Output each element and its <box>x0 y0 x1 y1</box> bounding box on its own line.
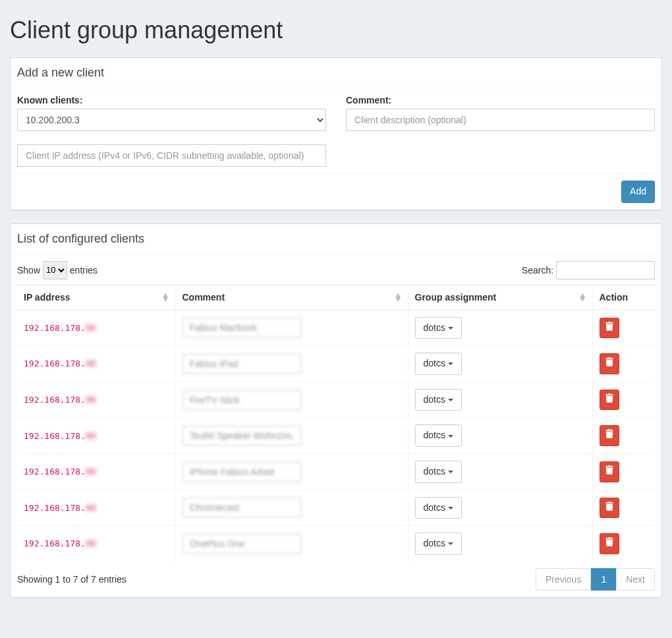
cell-comment <box>175 526 408 562</box>
delete-button[interactable] <box>600 498 619 519</box>
group-dropdown[interactable]: dotcs <box>415 497 462 519</box>
cell-comment <box>175 453 408 490</box>
next-button[interactable]: Next <box>616 568 655 591</box>
cell-ip: 192.168.178.00 <box>17 526 175 562</box>
table-row: 192.168.178.00dotcs <box>17 490 655 526</box>
page-1-button[interactable]: 1 <box>591 568 616 591</box>
sort-icon: ▲▼ <box>578 293 587 301</box>
trash-icon <box>605 466 613 477</box>
cell-ip: 192.168.178.00 <box>17 418 175 454</box>
trash-icon <box>605 538 613 548</box>
add-button[interactable]: Add <box>621 181 655 203</box>
table-info: Showing 1 to 7 of 7 entries <box>17 574 126 585</box>
cell-group: dotcs <box>408 382 592 418</box>
col-header-ip[interactable]: IP address ▲▼ <box>17 285 175 310</box>
col-header-comment[interactable]: Comment ▲▼ <box>175 285 408 310</box>
known-clients-select[interactable]: 10.200.200.3 <box>17 109 326 131</box>
row-comment-input[interactable] <box>182 462 301 482</box>
cell-action <box>592 453 655 490</box>
row-comment-input[interactable] <box>182 354 301 374</box>
caret-down-icon <box>448 435 453 438</box>
caret-down-icon <box>448 507 453 509</box>
group-dropdown[interactable]: dotcs <box>415 424 462 447</box>
cell-group: dotcs <box>408 310 592 346</box>
search-input[interactable] <box>556 261 655 279</box>
trash-icon <box>605 358 613 368</box>
add-client-box: Add a new client Known clients: 10.200.2… <box>10 57 662 210</box>
length-select[interactable]: 10 <box>43 261 67 279</box>
page-title: Client group management <box>10 16 662 44</box>
client-ip-input[interactable] <box>17 144 326 167</box>
table-row: 192.168.178.00dotcs <box>17 453 655 490</box>
delete-button[interactable] <box>600 461 619 482</box>
prev-button[interactable]: Previous <box>536 568 591 591</box>
col-header-group[interactable]: Group assignment ▲▼ <box>408 285 592 310</box>
cell-action <box>592 490 655 526</box>
col-header-action: Action <box>592 285 655 310</box>
group-dropdown[interactable]: dotcs <box>415 533 462 555</box>
delete-button[interactable] <box>600 353 619 374</box>
cell-action <box>592 310 655 346</box>
clients-table: IP address ▲▼ Comment ▲▼ Group assignmen… <box>17 285 655 562</box>
add-client-title: Add a new client <box>17 66 655 80</box>
table-row: 192.168.178.00dotcs <box>17 382 655 418</box>
sort-icon: ▲▼ <box>394 293 403 301</box>
cell-action <box>592 346 655 382</box>
cell-ip: 192.168.178.00 <box>17 453 175 490</box>
cell-comment <box>175 490 408 526</box>
comment-label: Comment: <box>346 95 655 105</box>
row-comment-input[interactable] <box>182 390 301 410</box>
show-label-post: entries <box>70 264 98 275</box>
table-row: 192.168.178.00dotcs <box>17 310 655 346</box>
caret-down-icon <box>448 362 453 365</box>
known-clients-label: Known clients: <box>17 95 326 105</box>
row-comment-input[interactable] <box>182 498 301 517</box>
trash-icon <box>605 394 613 405</box>
delete-button[interactable] <box>600 390 619 411</box>
sort-icon: ▲▼ <box>161 293 170 301</box>
delete-button[interactable] <box>600 533 619 554</box>
cell-group: dotcs <box>408 346 592 382</box>
trash-icon <box>605 502 613 513</box>
cell-action <box>592 382 655 418</box>
trash-icon <box>605 322 613 333</box>
table-row: 192.168.178.00dotcs <box>17 526 655 562</box>
row-comment-input[interactable] <box>182 426 301 446</box>
group-dropdown[interactable]: dotcs <box>415 461 462 483</box>
cell-group: dotcs <box>408 490 592 526</box>
trash-icon <box>605 430 613 440</box>
caret-down-icon <box>448 542 453 545</box>
group-dropdown[interactable]: dotcs <box>415 353 462 375</box>
group-dropdown[interactable]: dotcs <box>415 389 462 411</box>
cell-comment <box>175 310 408 346</box>
row-comment-input[interactable] <box>182 534 301 554</box>
row-comment-input[interactable] <box>182 318 301 337</box>
search-label: Search: <box>522 264 553 275</box>
cell-action <box>592 418 655 454</box>
cell-group: dotcs <box>408 418 592 454</box>
table-length-control: Show 10 entries <box>17 261 98 279</box>
cell-ip: 192.168.178.00 <box>17 382 175 418</box>
comment-input[interactable] <box>346 109 655 131</box>
cell-comment <box>175 346 408 382</box>
cell-ip: 192.168.178.00 <box>17 310 175 346</box>
cell-group: dotcs <box>408 526 592 562</box>
table-search-control: Search: <box>522 261 655 279</box>
cell-ip: 192.168.178.00 <box>17 490 175 526</box>
show-label-pre: Show <box>17 264 40 275</box>
pagination: Previous 1 Next <box>536 568 655 591</box>
cell-group: dotcs <box>408 453 592 490</box>
cell-comment <box>175 382 408 418</box>
clients-list-title: List of configured clients <box>17 232 655 246</box>
table-row: 192.168.178.00dotcs <box>17 418 655 454</box>
caret-down-icon <box>448 399 453 401</box>
clients-list-box: List of configured clients Show 10 entri… <box>10 223 662 598</box>
group-dropdown[interactable]: dotcs <box>415 317 462 339</box>
delete-button[interactable] <box>600 318 619 339</box>
delete-button[interactable] <box>600 425 619 446</box>
caret-down-icon <box>448 327 453 330</box>
cell-action <box>592 526 655 562</box>
cell-ip: 192.168.178.00 <box>17 346 175 382</box>
cell-comment <box>175 418 408 454</box>
table-row: 192.168.178.00dotcs <box>17 346 655 382</box>
